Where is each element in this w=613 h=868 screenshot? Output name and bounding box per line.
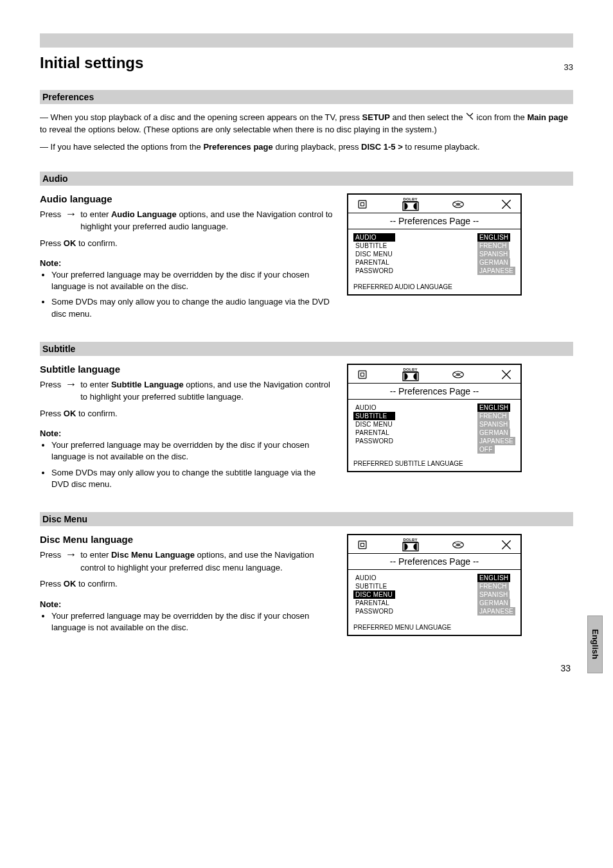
section-heading-label: Subtitle <box>42 344 75 354</box>
gear-icon <box>353 197 371 211</box>
osd-menu-item: AUDIO <box>353 403 395 412</box>
svg-rect-5 <box>359 371 366 378</box>
disc-icon <box>449 368 467 382</box>
note-label: Note: <box>40 429 335 438</box>
osd-title: -- Preferences Page -- <box>348 554 520 570</box>
osd-options-column: ENGLISH FRENCH SPANISH GERMAN JAPANESE <box>477 233 515 277</box>
note-item: Some DVDs may only allow you to change t… <box>51 296 335 319</box>
section-heading-discmenu: Disc Menu <box>40 512 573 526</box>
preferences-intro-2: — If you have selected the options from … <box>40 141 573 154</box>
language-side-tab: English <box>587 616 603 673</box>
osd-option: GERMAN <box>477 599 510 607</box>
osd-options-column: ENGLISH FRENCH SPANISH GERMAN JAPANESE O… <box>477 403 515 454</box>
instruction-line: Press OK to confirm. <box>40 237 335 250</box>
section-heading-subtitle: Subtitle <box>40 342 573 356</box>
section-heading-label: Audio <box>42 173 68 184</box>
osd-menu-item: DISC MENU <box>353 250 395 258</box>
osd-title: -- Preferences Page -- <box>348 384 520 400</box>
tools-icon <box>497 538 515 552</box>
osd-option: SPANISH <box>477 250 510 258</box>
disc-icon <box>449 538 467 552</box>
osd-option: GERMAN <box>477 429 510 437</box>
osd-menu-item: PARENTAL <box>353 599 395 607</box>
osd-option: OFF <box>477 445 495 454</box>
osd-option: JAPANESE <box>477 437 515 445</box>
osd-icon-row: DOLBY <box>348 195 520 213</box>
osd-option: ENGLISH <box>477 233 510 242</box>
notes-list: Your preferred language may be overridde… <box>40 610 335 633</box>
osd-option: SPANISH <box>477 590 510 599</box>
subheading-disc-menu-language: Disc Menu language <box>40 534 335 545</box>
osd-option: SPANISH <box>477 420 510 429</box>
tool-icon <box>465 112 477 122</box>
osd-menu-column: AUDIO SUBTITLE DISC MENU PARENTAL PASSWO… <box>353 403 395 454</box>
subheading-audio-language: Audio language <box>40 193 335 204</box>
osd-option: FRENCH <box>477 582 509 590</box>
right-arrow-icon: → <box>65 208 76 220</box>
osd-options-column: ENGLISH FRENCH SPANISH GERMAN JAPANESE <box>477 574 515 617</box>
svg-rect-11 <box>361 544 364 547</box>
osd-menu-item: SUBTITLE <box>353 582 395 590</box>
svg-rect-1 <box>361 202 364 206</box>
osd-menu-item: PARENTAL <box>353 258 395 267</box>
osd-footer: PREFERRED AUDIO LANGUAGE <box>348 279 520 294</box>
gear-icon <box>353 538 371 552</box>
note-item: Some DVDs may only allow you to change t… <box>51 467 335 490</box>
osd-option: JAPANESE <box>477 267 515 275</box>
osd-menu-item: AUDIO <box>353 574 395 582</box>
osd-option: FRENCH <box>477 242 509 250</box>
osd-title: -- Preferences Page -- <box>348 213 520 229</box>
svg-rect-10 <box>359 541 366 549</box>
section-heading-preferences: Preferences <box>40 90 573 104</box>
osd-footer: PREFERRED MENU LANGUAGE <box>348 620 520 635</box>
osd-option: JAPANESE <box>477 607 515 616</box>
osd-option: FRENCH <box>477 412 509 420</box>
instruction-line: Press → to enter Audio Language options,… <box>40 208 335 233</box>
tools-icon <box>497 368 515 382</box>
osd-menu-item: PASSWORD <box>353 437 395 445</box>
note-label: Note: <box>40 599 335 609</box>
section-heading-label: Disc Menu <box>42 514 87 524</box>
instruction-line: Press → to enter Disc Menu Language opti… <box>40 549 335 574</box>
osd-option: GERMAN <box>477 258 510 267</box>
page-title: Initial settings <box>40 54 143 72</box>
osd-menu-item: PASSWORD <box>353 607 395 616</box>
osd-option: ENGLISH <box>477 403 510 412</box>
instruction-line: Press OK to confirm. <box>40 407 335 420</box>
disc-icon <box>449 197 467 211</box>
instruction-line: Press OK to confirm. <box>40 578 335 590</box>
osd-menu-item: SUBTITLE <box>353 242 395 250</box>
osd-panel-subtitle: DOLBY -- Preferences Page -- AUDIO SUBTI… <box>347 364 522 472</box>
osd-menu-item: PARENTAL <box>353 429 395 437</box>
gear-icon <box>353 368 371 382</box>
note-item: Your preferred language may be overridde… <box>51 439 335 463</box>
osd-menu-item: SUBTITLE <box>353 412 395 420</box>
subheading-subtitle-language: Subtitle language <box>40 364 335 375</box>
osd-menu-item: PASSWORD <box>353 267 395 275</box>
osd-menu-column: AUDIO SUBTITLE DISC MENU PARENTAL PASSWO… <box>353 233 395 277</box>
right-arrow-icon: → <box>65 378 76 390</box>
osd-menu-item: DISC MENU <box>353 420 395 429</box>
osd-menu-item: AUDIO <box>353 233 395 242</box>
svg-rect-6 <box>361 373 364 376</box>
osd-menu-column: AUDIO SUBTITLE DISC MENU PARENTAL PASSWO… <box>353 574 395 617</box>
osd-option: ENGLISH <box>477 574 510 582</box>
notes-list: Your preferred language may be overridde… <box>40 269 335 320</box>
page-number-top: 33 <box>564 62 573 72</box>
section-heading-label: Preferences <box>42 92 94 102</box>
osd-panel-discmenu: DOLBY -- Preferences Page -- AUDIO SUBTI… <box>347 534 522 636</box>
osd-icon-row: DOLBY <box>348 365 520 384</box>
notes-list: Your preferred language may be overridde… <box>40 439 335 490</box>
page-number-bottom: 33 <box>40 663 573 673</box>
note-item: Your preferred language may be overridde… <box>51 610 335 633</box>
osd-menu-item: DISC MENU <box>353 590 395 599</box>
tools-icon <box>497 197 515 211</box>
dolby-icon: DOLBY <box>402 538 420 552</box>
dolby-icon: DOLBY <box>402 197 420 211</box>
dolby-icon: DOLBY <box>402 368 420 382</box>
top-gray-bar <box>40 33 573 48</box>
svg-rect-0 <box>359 200 366 208</box>
preferences-intro-1: — When you stop playback of a disc and t… <box>40 112 573 136</box>
right-arrow-icon: → <box>65 549 76 560</box>
osd-footer: PREFERRED SUBTITLE LANGUAGE <box>348 456 520 471</box>
